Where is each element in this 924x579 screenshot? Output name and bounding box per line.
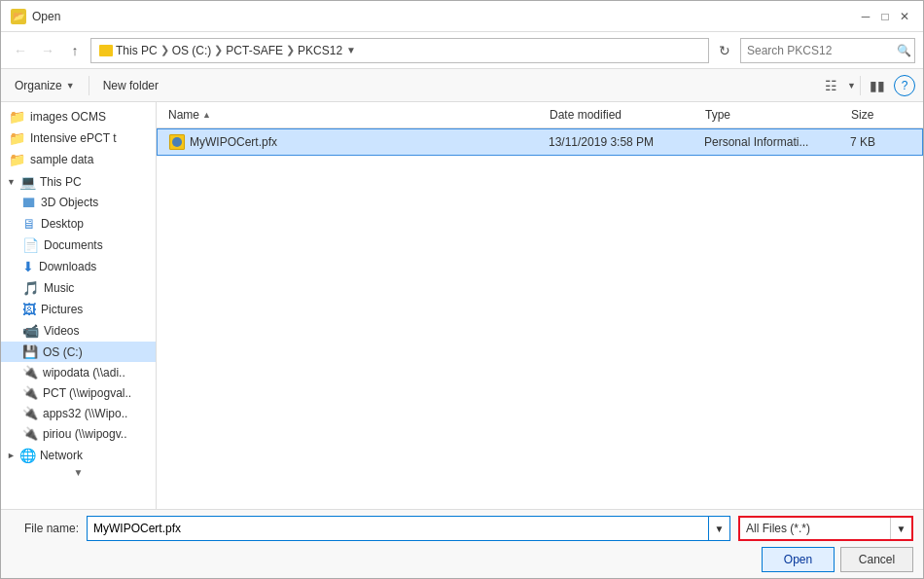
new-folder-button[interactable]: New folder [97, 76, 164, 95]
table-row[interactable]: MyWIPOCert.pfx 13/11/2019 3:58 PM Person… [157, 128, 923, 156]
sidebar-item-intensive-epct[interactable]: 📁 Intensive ePCT t [1, 127, 156, 149]
address-bar: ← → ↑ This PC ❯ OS (C:) ❯ PCT-SAFE ❯ PKC… [1, 32, 923, 69]
sidebar-this-pc-header[interactable]: ▼ 💻 This PC [1, 170, 156, 192]
sidebar-item-apps32[interactable]: 🔌 apps32 (\\Wipo.. [1, 403, 156, 423]
file-date-cell: 13/11/2019 3:58 PM [545, 133, 700, 151]
music-icon: 🎵 [22, 280, 39, 296]
filename-input-container: ▼ [87, 516, 730, 541]
view-toggle-button[interactable]: ☷ [818, 74, 843, 97]
col-date-header[interactable]: Date modified [546, 106, 701, 124]
sidebar-item-pct[interactable]: 🔌 PCT (\\wipogval.. [1, 382, 156, 403]
sidebar-item-label: Downloads [39, 260, 96, 273]
sidebar-item-downloads[interactable]: ⬇ Downloads [1, 256, 156, 277]
network-drive-icon: 🔌 [22, 406, 38, 420]
sidebar-item-label: 3D Objects [41, 196, 98, 209]
breadcrumb-pctsafe: PCT-SAFE [226, 44, 283, 57]
file-list: MyWIPOCert.pfx 13/11/2019 3:58 PM Person… [157, 128, 923, 509]
title-bar-left: 📂 Open [11, 9, 60, 24]
filename-row: File name: ▼ All Files (*.*) ▼ [11, 516, 913, 541]
sidebar-item-label: PCT (\\wipogval.. [43, 386, 131, 400]
forward-button[interactable]: → [36, 39, 59, 62]
search-input[interactable] [747, 44, 893, 57]
sidebar-item-images-ocms[interactable]: 📁 images OCMS [1, 106, 156, 127]
col-name-header[interactable]: Name ▲ [164, 106, 546, 124]
desktop-icon: 🖥 [22, 216, 36, 232]
breadcrumb-sep-1: ❯ [160, 44, 169, 56]
sidebar-item-music[interactable]: 🎵 Music [1, 277, 156, 299]
sidebar-item-pictures[interactable]: 🖼 Pictures [1, 299, 156, 320]
sidebar-item-label: piriou (\\wipogv.. [43, 427, 126, 441]
minimize-button[interactable]: ─ [857, 8, 874, 25]
help-button[interactable]: ? [894, 75, 915, 96]
scroll-indicator: ▼ [1, 465, 156, 480]
file-header: Name ▲ Date modified Type Size [157, 102, 923, 128]
title-bar: 📂 Open ─ □ ✕ [1, 1, 923, 32]
sidebar-item-label: Desktop [41, 217, 84, 231]
downloads-icon: ⬇ [22, 259, 34, 274]
bottom-bar: File name: ▼ All Files (*.*) ▼ Open Canc… [1, 509, 923, 578]
breadcrumb-thispc: This PC [116, 44, 158, 57]
breadcrumb-sep-3: ❯ [286, 44, 295, 56]
filename-input[interactable] [88, 522, 708, 535]
organize-button[interactable]: Organize ▼ [9, 76, 81, 95]
sidebar-item-3d-objects[interactable]: ⯀ 3D Objects [1, 192, 156, 213]
sidebar-item-os-c[interactable]: 💾 OS (C:) [1, 342, 156, 362]
expand-arrow: ► [7, 451, 16, 460]
col-size-header[interactable]: Size [847, 106, 915, 124]
breadcrumb[interactable]: This PC ❯ OS (C:) ❯ PCT-SAFE ❯ PKCS12 ▼ [90, 38, 709, 63]
filename-dropdown-button[interactable]: ▼ [708, 517, 729, 540]
file-size-cell: 7 KB [846, 133, 914, 151]
col-type-header[interactable]: Type [701, 106, 847, 124]
sidebar-item-wipodata[interactable]: 🔌 wipodata (\\adi.. [1, 362, 156, 382]
folder-icon: 📁 [9, 152, 25, 167]
maximize-button[interactable]: □ [876, 8, 894, 25]
open-button[interactable]: Open [762, 547, 835, 572]
up-button[interactable]: ↑ [63, 39, 87, 62]
breadcrumb-dropdown[interactable]: ▼ [346, 45, 356, 55]
folder-icon: 📁 [9, 130, 25, 146]
sidebar-network-label: Network [40, 449, 83, 462]
sidebar-item-documents[interactable]: 📄 Documents [1, 235, 156, 256]
file-type-cell: Personal Informati... [700, 133, 846, 151]
view-chevron[interactable]: ▼ [847, 81, 856, 90]
organize-label: Organize [15, 79, 62, 92]
sidebar-item-desktop[interactable]: 🖥 Desktop [1, 213, 156, 235]
cancel-button[interactable]: Cancel [840, 547, 913, 572]
filename-label: File name: [11, 522, 79, 535]
close-button[interactable]: ✕ [896, 8, 913, 25]
toolbar-right: ☷ ▼ ▮▮ ? [818, 74, 915, 97]
sidebar-network-header[interactable]: ► 🌐 Network [1, 444, 156, 465]
sidebar-this-pc-label: This PC [40, 175, 82, 189]
breadcrumb-osc: OS (C:) [172, 44, 212, 57]
drive-icon: 💾 [22, 344, 38, 359]
sidebar-item-sample-data[interactable]: 📁 sample data [1, 149, 156, 170]
docs-icon: 📄 [22, 237, 39, 253]
sidebar-item-label: Pictures [41, 303, 83, 316]
back-button[interactable]: ← [9, 39, 32, 62]
organize-chevron: ▼ [66, 81, 75, 90]
pc-icon: 💻 [19, 174, 36, 190]
3d-icon: ⯀ [22, 195, 36, 210]
network-drive-icon: 🔌 [22, 385, 38, 400]
sidebar-item-label: images OCMS [30, 110, 106, 124]
toolbar-separator [89, 76, 89, 95]
sidebar-item-label: Documents [44, 238, 103, 252]
network-drive-icon: 🔌 [22, 426, 38, 441]
filetype-dropdown-button[interactable]: ▼ [890, 518, 911, 539]
scroll-down-arrow: ▼ [74, 467, 84, 478]
sidebar-item-videos[interactable]: 📹 Videos [1, 320, 156, 342]
sidebar-item-label: OS (C:) [43, 345, 83, 359]
new-folder-label: New folder [103, 79, 159, 92]
open-dialog: 📂 Open ─ □ ✕ ← → ↑ This PC ❯ OS (C:) ❯ P… [0, 0, 924, 579]
videos-icon: 📹 [22, 323, 39, 339]
network-icon: 🌐 [19, 448, 36, 463]
sort-arrow: ▲ [202, 110, 211, 120]
search-icon: 🔍 [897, 44, 911, 57]
sidebar-item-label: Music [44, 281, 74, 295]
breadcrumb-sep-2: ❯ [214, 44, 223, 56]
file-pane: Name ▲ Date modified Type Size [157, 102, 923, 509]
filetype-label: All Files (*.*) [740, 522, 890, 535]
preview-pane-button[interactable]: ▮▮ [865, 74, 890, 97]
refresh-button[interactable]: ↻ [713, 39, 736, 62]
sidebar-item-piriou[interactable]: 🔌 piriou (\\wipogv.. [1, 423, 156, 444]
